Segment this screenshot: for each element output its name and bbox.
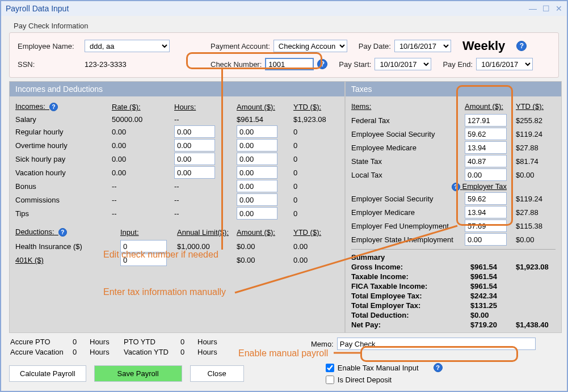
summary-row-label: Total Deduction: [351, 311, 470, 319]
close-button[interactable]: Close [190, 365, 244, 382]
save-payroll-button[interactable]: Save Payroll [94, 365, 182, 382]
income-row-label: Vacation hourly [15, 168, 112, 178]
direct-deposit-label: Is Direct Deposit [338, 376, 392, 384]
tax-amount-input[interactable] [465, 141, 507, 154]
deductions-header: Deductions: [15, 227, 54, 236]
summary-row-label: FICA Taxable Income: [351, 282, 470, 290]
summary-row-label: Taxable Income: [351, 272, 470, 281]
employee-name-select[interactable]: ddd, aa [85, 40, 170, 52]
amount-input[interactable] [237, 153, 277, 165]
deduction-input[interactable] [120, 254, 167, 266]
tax-items-header: Items: [351, 102, 465, 113]
tax-amount-header: Amount ($): [465, 102, 516, 113]
pay-start-select[interactable]: 10/10/2017 [375, 58, 431, 70]
hours-header: Hours: [174, 103, 237, 113]
tax-amount-input[interactable] [465, 155, 507, 167]
summary-amount: $961.54 [470, 272, 516, 281]
tax-row-label: Employer State Unemployment [351, 235, 465, 244]
help-icon[interactable]: ? [452, 183, 460, 191]
deduction-ytd: 0.00 [293, 255, 339, 265]
tax-row-label: Employer Medicare [351, 208, 465, 217]
payment-account-select[interactable]: Checking Account [274, 40, 347, 52]
enable-manual-checkbox[interactable] [326, 364, 334, 372]
payment-account-label: Payment Account: [211, 42, 270, 50]
amount-header: Amount ($): [237, 103, 293, 113]
tax-amount-input[interactable] [465, 114, 507, 127]
pay-date-label: Pay Date: [359, 42, 391, 50]
income-row-label: Salary [15, 115, 112, 124]
tax-row-label: Federal Tax [351, 116, 465, 125]
tax-amount-input[interactable] [465, 220, 507, 232]
ytd-header: YTD ($): [293, 103, 339, 113]
direct-deposit-checkbox[interactable] [326, 376, 334, 384]
hours-input[interactable] [174, 139, 215, 151]
pay-date-select[interactable]: 10/16/2017 [394, 40, 451, 52]
income-rate: 0.00 [112, 127, 174, 137]
tax-amount-input[interactable] [465, 168, 507, 181]
input-header: Input: [120, 228, 177, 239]
titlebar: Payroll Data Input — ☐ ✕ [1, 1, 567, 16]
annual-header: Annual Limit($): [177, 228, 237, 239]
incomes-panel-header: Incomes and Deductions [10, 82, 344, 96]
vac-ytd-label: Vacation YTD [124, 348, 180, 356]
hours-input[interactable] [174, 153, 215, 165]
income-rate: -- [112, 195, 174, 205]
amount-input[interactable] [237, 193, 277, 206]
income-rate: 0.00 [112, 168, 174, 178]
amount-input[interactable] [237, 180, 277, 192]
tax-ytd: $119.24 [516, 130, 556, 138]
income-rate: 50000.00 [112, 115, 174, 124]
income-row-label: Tips [15, 209, 112, 218]
amount-input[interactable] [237, 166, 277, 179]
income-row-label: Sick hourly pay [15, 154, 112, 164]
close-icon[interactable]: ✕ [556, 4, 562, 13]
income-rate: -- [112, 182, 174, 191]
taxes-panel-header: Taxes [346, 82, 561, 96]
summary-row-label: Total Employee Tax: [351, 292, 470, 300]
tax-amount-input[interactable] [465, 206, 507, 218]
amount-input[interactable] [237, 125, 277, 138]
hours-input[interactable] [174, 125, 215, 138]
deduction-input[interactable] [120, 240, 167, 252]
summary-amount: $131.25 [470, 301, 516, 310]
ssn-label: SSN: [18, 60, 80, 69]
pay-end-select[interactable]: 10/16/2017 [476, 58, 533, 70]
income-ytd: 0 [293, 154, 339, 164]
summary-amount: $242.34 [470, 292, 516, 300]
tax-ytd: $81.74 [516, 157, 556, 166]
summary-row-label: Gross Income: [351, 263, 470, 271]
hours-label: Hours [90, 348, 124, 356]
help-icon[interactable]: ? [317, 59, 327, 69]
hours-input[interactable] [174, 166, 215, 179]
amount-input[interactable] [237, 207, 277, 220]
tax-row-label: Local Tax [351, 171, 465, 179]
income-ytd: 0 [293, 127, 339, 137]
tax-row-label: State Tax [351, 157, 465, 166]
income-hours: -- [174, 115, 237, 124]
tax-ytd: $115.38 [516, 222, 556, 230]
summary-label: Summary [351, 253, 556, 262]
check-number-label: Check Number: [211, 60, 262, 69]
income-row-label: Bonus [15, 182, 112, 191]
check-number-input[interactable] [265, 58, 314, 70]
tax-amount-input[interactable] [465, 128, 507, 140]
tax-amount-input[interactable] [465, 233, 507, 246]
accrue-pto-value: 0 [73, 338, 90, 346]
deduction-row-label: 401K ($) [15, 255, 120, 265]
amount-input[interactable] [237, 139, 277, 151]
tax-amount-input[interactable] [465, 192, 507, 205]
memo-input[interactable] [337, 338, 536, 350]
tax-ytd: $27.88 [516, 208, 556, 217]
help-icon[interactable]: ? [49, 103, 58, 111]
accrue-vac-value: 0 [73, 348, 90, 356]
help-icon[interactable]: ? [58, 228, 67, 237]
help-icon[interactable]: ? [516, 41, 527, 51]
help-icon[interactable]: ? [434, 363, 443, 372]
calculate-payroll-button[interactable]: Calculate Payroll [9, 365, 86, 382]
summary-amount: $961.54 [470, 263, 516, 271]
maximize-icon[interactable]: ☐ [542, 4, 550, 13]
income-amount: $961.54 [237, 115, 293, 124]
minimize-icon[interactable]: — [529, 4, 537, 13]
income-hours: -- [174, 209, 237, 218]
deduction-amount: $0.00 [237, 242, 293, 251]
